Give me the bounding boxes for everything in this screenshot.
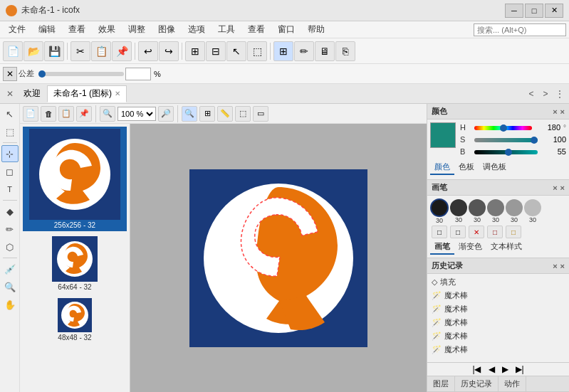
menu-window[interactable]: 窗口 [272, 22, 301, 37]
history-panel-pin[interactable]: × [553, 262, 557, 270]
view-search[interactable]: 🔍 [182, 106, 197, 122]
b-slider[interactable] [474, 150, 538, 154]
color-swatch[interactable] [430, 122, 456, 148]
history-item-3[interactable]: 🪄 魔术棒 [429, 316, 568, 329]
tab-menu-button[interactable]: ⋮ [553, 88, 566, 100]
menu-file[interactable]: 文件 [3, 22, 31, 37]
save-button[interactable]: 💾 [44, 41, 64, 61]
color-panel-close[interactable]: × [560, 107, 565, 116]
color-tab-swatches[interactable]: 色板 [454, 160, 479, 175]
screen-btn[interactable]: 🖥 [315, 41, 335, 61]
grid-view-btn[interactable]: ⊞ [273, 41, 293, 61]
brush-item-5[interactable]: 30 [506, 199, 523, 223]
tolerance-slider[interactable] [38, 72, 124, 76]
menu-view2[interactable]: 查看 [242, 22, 271, 37]
icon-item-48[interactable]: 48x48 - 32 [23, 296, 127, 344]
maximize-button[interactable]: □ [525, 4, 543, 18]
history-last[interactable]: ▶| [513, 364, 527, 374]
tool-text[interactable]: T [1, 181, 19, 198]
tab-next-button[interactable]: > [539, 88, 552, 100]
brush-tab-gradient[interactable]: 渐变色 [454, 240, 486, 255]
bottom-tab-history[interactable]: 历史记录 [455, 376, 498, 391]
menu-image[interactable]: 图像 [152, 22, 181, 37]
export-btn[interactable]: ⎘ [335, 41, 355, 61]
tool-eraser[interactable]: ⬡ [1, 238, 19, 255]
tool-move[interactable]: ✋ [1, 296, 19, 313]
history-item-5[interactable]: 🪄 魔术棒 [429, 343, 568, 356]
history-item-0[interactable]: ◇ 填充 [429, 275, 568, 289]
new-button[interactable]: 📄 [3, 41, 23, 61]
cursor-btn[interactable]: ↖ [226, 41, 246, 61]
menu-effects[interactable]: 效果 [93, 22, 121, 37]
history-panel-close[interactable]: × [560, 262, 565, 270]
tool-eyedropper[interactable]: 💉 [1, 260, 19, 277]
bottom-tab-layers[interactable]: 图层 [427, 376, 455, 391]
open-button[interactable]: 📂 [24, 41, 43, 61]
menu-edit[interactable]: 编辑 [33, 22, 61, 37]
tool-wand[interactable]: ⊹ [1, 145, 19, 162]
grid-btn1[interactable]: ⊞ [185, 41, 205, 61]
view-grid[interactable]: ⊞ [199, 106, 215, 122]
icon-item-64[interactable]: 64x64 - 32 [23, 234, 127, 293]
menu-adjust[interactable]: 调整 [122, 22, 151, 37]
search-input[interactable] [474, 23, 566, 36]
color-panel-pin[interactable]: × [553, 107, 557, 116]
canvas-new-size[interactable]: 📄 [23, 106, 38, 122]
brush-action-4[interactable]: □ [506, 226, 521, 238]
tool-options-icon[interactable]: ✕ [3, 67, 17, 81]
tab-prev-button[interactable]: < [525, 88, 538, 100]
brush-item-3[interactable]: 30 [469, 199, 486, 223]
history-item-4[interactable]: 🪄 魔术棒 [429, 329, 568, 343]
zoom-select[interactable]: 100 % [118, 107, 156, 121]
tool-lasso[interactable]: ◻ [1, 163, 19, 180]
canvas-delete[interactable]: 🗑 [41, 106, 56, 122]
paste-button[interactable]: 📌 [112, 41, 132, 61]
view-frame[interactable]: ⬚ [235, 106, 251, 122]
tool-brush[interactable]: ✏ [1, 221, 19, 238]
tool-zoom[interactable]: 🔍 [1, 278, 19, 295]
frame-btn[interactable]: ⬚ [247, 41, 267, 61]
history-item-1[interactable]: 🪄 魔术棒 [429, 289, 568, 302]
history-next[interactable]: ▶ [499, 364, 511, 374]
tool-rect-select[interactable]: ⬚ [1, 123, 19, 140]
zoom-out[interactable]: 🔍 [100, 106, 115, 122]
history-prev[interactable]: ◀ [486, 364, 498, 374]
brush-panel-close[interactable]: × [560, 184, 565, 192]
minimize-button[interactable]: ─ [505, 4, 523, 18]
icon-item-256[interactable]: 256x256 - 32 [23, 127, 127, 231]
view-rulers[interactable]: 📏 [217, 106, 233, 122]
h-slider[interactable] [474, 126, 532, 130]
tolerance-value[interactable]: 0 [125, 68, 151, 80]
pen-btn[interactable]: ✏ [294, 41, 314, 61]
color-tab-palette[interactable]: 调色板 [479, 160, 511, 175]
close-button[interactable]: ✕ [545, 4, 563, 18]
brush-item-selected[interactable]: 30 [430, 198, 449, 224]
tool-fill[interactable]: ◆ [1, 203, 19, 220]
grid-btn2[interactable]: ⊟ [206, 41, 226, 61]
copy-button[interactable]: 📋 [91, 41, 111, 61]
redo-button[interactable]: ↪ [159, 41, 179, 61]
brush-item-6[interactable]: 30 [524, 199, 541, 223]
view-extra[interactable]: ▭ [253, 106, 268, 122]
canvas-copy[interactable]: 📋 [58, 106, 74, 122]
history-first[interactable]: |◀ [469, 364, 484, 374]
history-item-2[interactable]: 🪄 魔术棒 [429, 302, 568, 316]
s-slider[interactable] [474, 138, 538, 142]
main-canvas[interactable] [130, 124, 427, 392]
brush-tab-text[interactable]: 文本样式 [486, 240, 526, 255]
color-tab-color[interactable]: 颜色 [430, 160, 454, 175]
tab-close-all[interactable]: ✕ [3, 87, 17, 101]
tab-icon-close[interactable]: ✕ [115, 90, 120, 97]
zoom-in[interactable]: 🔎 [158, 106, 174, 122]
tab-icon[interactable]: 未命名-1 (图标) ✕ [47, 85, 127, 102]
brush-action-2[interactable]: □ [450, 226, 466, 238]
brush-panel-pin[interactable]: × [553, 184, 557, 192]
brush-action-delete[interactable]: ✕ [469, 226, 484, 238]
cut-button[interactable]: ✂ [71, 41, 90, 61]
brush-item-2[interactable]: 30 [450, 199, 467, 223]
tool-select[interactable]: ↖ [1, 105, 19, 122]
brush-action-3[interactable]: □ [487, 226, 503, 238]
brush-item-4[interactable]: 30 [487, 199, 504, 223]
brush-action-1[interactable]: □ [432, 226, 447, 238]
menu-help[interactable]: 帮助 [302, 22, 330, 37]
